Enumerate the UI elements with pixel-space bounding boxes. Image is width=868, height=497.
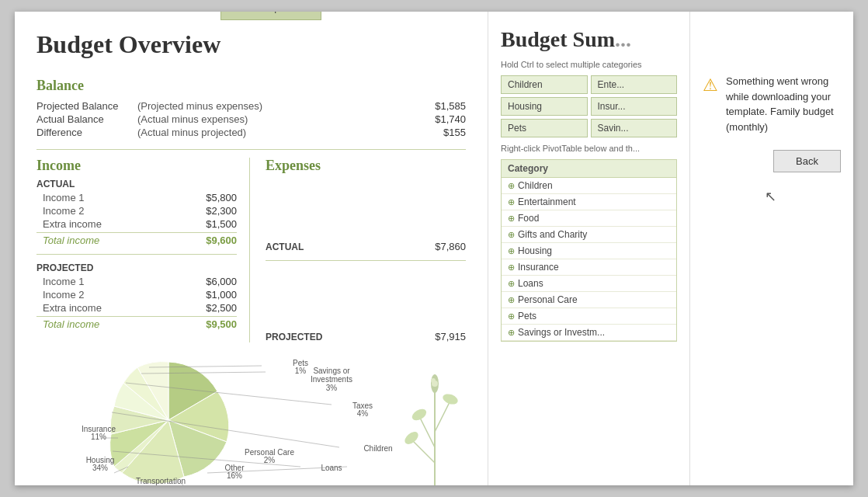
svg-text:1%: 1% — [295, 367, 307, 375]
balance-row-projected: Projected Balance (Projected minus expen… — [36, 100, 466, 112]
income-projected-item-3-name: Extra income — [36, 302, 190, 314]
income-projected-row-3: Extra income $2,500 — [36, 302, 237, 314]
income-actual-row-1: Income 1 $5,800 — [36, 192, 237, 203]
income-column: Income ACTUAL Income 1 $5,800 Income 2 $… — [36, 158, 250, 342]
pivot-item-insurance-label: Insurance — [518, 262, 559, 273]
income-projected-item-1-name: Income 1 — [36, 276, 190, 287]
svg-line-31 — [411, 440, 435, 463]
svg-text:Investments: Investments — [311, 375, 352, 384]
pivot-item-food-label: Food — [518, 213, 539, 224]
right-content: Budget Sum... Hold Ctrl to select multip… — [488, 12, 853, 485]
pivot-item-pets-label: Pets — [518, 311, 536, 321]
balance-section: Balance Projected Balance (Projected min… — [36, 78, 466, 138]
pivot-item-children: ⊕ Children — [502, 178, 676, 194]
svg-line-30 — [435, 401, 450, 432]
income-projected-total-row: Total income $9,500 — [36, 316, 237, 330]
income-actual-block: ACTUAL Income 1 $5,800 Income 2 $2,300 E… — [36, 179, 237, 246]
balance-diff-desc: (Actual minus projected) — [137, 127, 411, 138]
svg-point-37 — [431, 378, 436, 383]
left-panel: Budget Overview Enter Expenses Balance P… — [15, 12, 488, 485]
balance-diff-label: Difference — [36, 127, 137, 138]
income-projected-item-3-amount: $2,500 — [190, 302, 237, 314]
pivot-item-pets: ⊕ Pets — [502, 308, 676, 325]
pivot-table: Category ⊕ Children ⊕ Entertainment ⊕ Fo… — [501, 159, 677, 342]
expenses-actual-label: ACTUAL — [266, 242, 304, 252]
pivot-item-housing-label: Housing — [518, 245, 552, 256]
income-actual-total-amount: $9,600 — [190, 235, 237, 246]
income-expenses-section: Income ACTUAL Income 1 $5,800 Income 2 $… — [36, 158, 466, 342]
right-click-hint: Right-click PivotTable below and th... — [501, 144, 677, 153]
income-actual-item-1-amount: $5,800 — [190, 192, 237, 203]
expand-savings-icon: ⊕ — [508, 328, 515, 338]
income-actual-total-row: Total income $9,600 — [36, 232, 237, 246]
income-actual-item-2-amount: $2,300 — [190, 205, 237, 217]
back-button[interactable]: Back — [773, 150, 841, 172]
expenses-column: Expenses ACTUAL $7,860 PROJECTED $7,915 — [250, 158, 466, 342]
income-actual-row-2: Income 2 $2,300 — [36, 205, 237, 217]
expenses-projected-label: PROJECTED — [266, 332, 322, 342]
balance-title: Balance — [36, 78, 466, 94]
chart-area: Housing 34% Insurance 11% Transportation… — [36, 350, 466, 485]
income-actual-item-1-name: Income 1 — [36, 192, 190, 203]
expenses-projected-row: PROJECTED $7,915 — [266, 331, 466, 342]
balance-row-actual: Actual Balance (Actual minus expenses) $… — [36, 113, 466, 125]
income-title: Income — [36, 158, 237, 174]
category-chip-insur[interactable]: Insur... — [591, 97, 678, 116]
enter-expenses-button[interactable]: Enter Expenses — [220, 12, 321, 20]
svg-text:Transportation: Transportation — [136, 477, 186, 485]
pivot-item-entertainment: ⊕ Entertainment — [502, 194, 676, 210]
svg-point-33 — [442, 392, 460, 406]
pivot-item-children-label: Children — [518, 180, 553, 191]
pivot-item-entertainment-label: Entertainment — [518, 196, 576, 207]
warning-icon: ⚠ — [703, 75, 718, 96]
pivot-item-loans: ⊕ Loans — [502, 276, 676, 292]
expand-pets-icon: ⊕ — [508, 311, 515, 321]
category-chip-ente[interactable]: Ente... — [591, 75, 678, 94]
income-actual-label: ACTUAL — [36, 179, 237, 189]
page-title: Budget Overview — [36, 30, 220, 59]
income-projected-item-1-amount: $6,000 — [190, 276, 237, 287]
pivot-item-housing: ⊕ Housing — [502, 243, 676, 259]
income-actual-row-3: Extra income $1,500 — [36, 218, 237, 230]
budget-summary-panel: Budget Sum... Hold Ctrl to select multip… — [488, 12, 690, 485]
income-projected-block: PROJECTED Income 1 $6,000 Income 2 $1,00… — [36, 262, 237, 330]
pivot-item-food: ⊕ Food — [502, 210, 676, 227]
income-actual-item-2-name: Income 2 — [36, 205, 190, 217]
balance-actual-amount: $1,740 — [411, 113, 466, 125]
category-chip-children[interactable]: Children — [501, 75, 588, 94]
balance-projected-label: Projected Balance — [36, 100, 137, 112]
svg-text:34%: 34% — [92, 464, 108, 472]
expand-food-icon: ⊕ — [508, 214, 515, 224]
balance-projected-amount: $1,585 — [411, 100, 466, 112]
income-projected-item-2-amount: $1,000 — [190, 289, 237, 301]
income-projected-row-1: Income 1 $6,000 — [36, 276, 237, 287]
error-panel: ⚠ Something went wrong while downloading… — [690, 12, 853, 485]
right-panel: Budget Sum... Hold Ctrl to select multip… — [488, 12, 853, 485]
income-projected-total-amount: $9,500 — [190, 318, 237, 330]
error-content: ⚠ Something went wrong while downloading… — [703, 74, 841, 134]
income-projected-row-2: Income 2 $1,000 — [36, 289, 237, 301]
expand-entertainment-icon: ⊕ — [508, 197, 515, 207]
expenses-projected-amount: $7,915 — [435, 331, 466, 342]
pivot-item-loans-label: Loans — [518, 278, 543, 289]
pivot-header: Category — [502, 160, 676, 178]
balance-diff-amount: $155 — [411, 127, 466, 138]
svg-text:11%: 11% — [91, 433, 106, 441]
expand-loans-icon: ⊕ — [508, 279, 515, 289]
budget-summary-title: Budget Sum... — [501, 27, 677, 52]
ctrl-hint: Hold Ctrl to select multiple categories — [501, 60, 677, 69]
pivot-item-savings: ⊕ Savings or Investm... — [502, 325, 676, 341]
income-actual-item-3-name: Extra income — [36, 218, 190, 230]
income-projected-total-label: Total income — [36, 318, 99, 330]
category-chip-savin[interactable]: Savin... — [591, 119, 678, 137]
svg-text:16%: 16% — [227, 471, 242, 480]
svg-text:3%: 3% — [326, 384, 338, 392]
svg-point-34 — [404, 429, 421, 447]
category-chip-housing[interactable]: Housing — [501, 97, 588, 116]
plant-decoration — [404, 354, 466, 485]
category-chip-pets[interactable]: Pets — [501, 119, 588, 137]
balance-actual-desc: (Actual minus expenses) — [137, 113, 411, 125]
svg-text:2%: 2% — [264, 456, 276, 464]
balance-projected-desc: (Projected minus expenses) — [137, 100, 411, 112]
pivot-item-savings-label: Savings or Investm... — [518, 327, 605, 338]
